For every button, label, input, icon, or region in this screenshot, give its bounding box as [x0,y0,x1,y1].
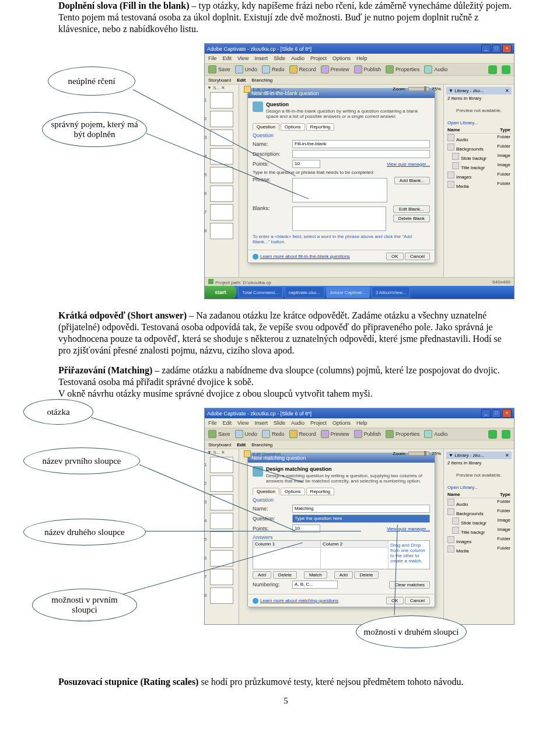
slide-thumb[interactable] [210,475,233,492]
ok-button[interactable]: OK [386,253,404,260]
menu-project[interactable]: Project [310,420,327,426]
cancel-button[interactable]: Cancel [405,597,430,604]
slide-thumb[interactable] [210,223,233,239]
taskbar-item[interactable]: Total Command... [238,286,283,298]
minimize-button[interactable]: _ [481,44,491,53]
menu-view[interactable]: View [237,55,249,61]
match-button[interactable]: Match [304,571,327,579]
prev-arrow-icon[interactable] [488,430,497,439]
learn-more-link[interactable]: Learn more about matching questions [260,598,338,603]
menu-slide[interactable]: Slide [274,420,285,426]
audio-button[interactable]: Audio [424,65,447,74]
menu-options[interactable]: Options [332,420,351,426]
menu-audio[interactable]: Audio [291,55,304,61]
edit-question-link[interactable]: Edit Question... [244,86,285,93]
menu-edit[interactable]: Edit [223,55,232,61]
numbering-select[interactable]: A, B, C... [292,580,338,589]
taskbar-item[interactable]: Adobe Captivat... [326,286,370,298]
redo-button[interactable]: Redo [262,430,285,438]
slide-thumb[interactable] [210,531,233,548]
menu-audio[interactable]: Audio [291,420,304,426]
tab-branching[interactable]: Branching [251,78,272,83]
question-input[interactable]: Type the question here [292,515,430,523]
preview-button[interactable]: Preview [321,65,349,74]
taskbar-item[interactable]: 3 AlbumView... [372,286,410,298]
add-col2-button[interactable]: Add [334,571,353,579]
tab-question[interactable]: Question [253,488,279,495]
publish-button[interactable]: Publish [354,430,382,438]
minimize-button[interactable]: _ [481,409,491,418]
slide-thumb[interactable] [210,513,233,529]
menu-file[interactable]: File [208,55,217,61]
add-col1-button[interactable]: Add [253,571,271,579]
delete-blank-button[interactable]: Delete Blank [393,215,430,222]
slide-thumb[interactable] [210,148,233,165]
view-quiz-manager-link[interactable]: View quiz manager... [387,526,430,531]
menu-view[interactable]: View [237,420,249,426]
menu-help[interactable]: Help [356,55,368,61]
slide-thumb[interactable] [210,92,233,109]
close-button[interactable]: × [502,409,512,418]
slide-thumb[interactable] [210,111,233,127]
phrase-input[interactable] [292,178,387,202]
record-button[interactable]: Record [289,430,316,438]
answers-columns[interactable]: Column 1 Column 2 Drag and Drop from one… [253,540,430,569]
menu-help[interactable]: Help [356,420,368,426]
tab-edit[interactable]: Edit [237,442,246,447]
delete-col1-button[interactable]: Delete [273,571,297,579]
zoom-slider[interactable] [408,87,429,91]
slide-thumb[interactable] [210,587,233,604]
column2-header[interactable]: Column 2 [321,541,388,548]
taskbar-item[interactable]: captivate-zko... [285,286,324,298]
blanks-list[interactable] [292,207,386,231]
edit-question-link[interactable]: Edit Question... [244,450,285,457]
next-arrow-icon[interactable] [502,65,510,74]
tab-branching[interactable]: Branching [251,442,272,447]
menu-file[interactable]: File [208,420,217,426]
name-input[interactable]: Matching [292,505,430,513]
close-button[interactable]: × [502,44,512,53]
tab-options[interactable]: Options [281,123,305,131]
edit-blank-button[interactable]: Edit Blank... [393,205,430,213]
points-input[interactable]: 10 [292,160,320,168]
save-button[interactable]: Save [208,65,230,74]
slide-thumb[interactable] [210,186,233,202]
zoom-slider[interactable] [408,452,429,456]
undo-button[interactable]: Undo [235,430,258,438]
menu-project[interactable]: Project [310,55,327,61]
tab-storyboard[interactable]: Storyboard [208,442,231,447]
properties-button[interactable]: Properties [386,65,419,74]
tab-edit[interactable]: Edit [237,78,246,83]
publish-button[interactable]: Publish [354,65,382,74]
tab-options[interactable]: Options [281,488,305,495]
cancel-button[interactable]: Cancel [405,253,430,260]
tab-reporting[interactable]: Reporting [306,488,335,495]
maximize-button[interactable]: □ [492,44,501,53]
tab-storyboard[interactable]: Storyboard [208,78,231,83]
tab-reporting[interactable]: Reporting [306,123,335,131]
slide-thumb[interactable] [210,167,233,183]
redo-button[interactable]: Redo [262,65,285,74]
undo-button[interactable]: Undo [235,65,258,74]
next-arrow-icon[interactable] [502,430,510,439]
add-blank-button[interactable]: Add Blank... [394,177,430,184]
menu-insert[interactable]: Insert [254,55,268,61]
start-button[interactable]: start [205,286,236,299]
properties-button[interactable]: Properties [386,430,419,438]
menu-slide[interactable]: Slide [274,55,285,61]
record-button[interactable]: Record [289,65,316,74]
menu-edit[interactable]: Edit [223,420,232,426]
slide-thumb[interactable] [210,550,233,566]
preview-button[interactable]: Preview [321,430,349,438]
menu-options[interactable]: Options [332,55,351,61]
slide-thumb[interactable] [210,569,233,585]
save-button[interactable]: Save [208,430,230,438]
learn-more-link[interactable]: Learn more about fill-in-the-blank quest… [260,254,350,259]
open-library-link[interactable]: Open Library... [447,485,478,490]
maximize-button[interactable]: □ [492,409,501,418]
delete-col2-button[interactable]: Delete [354,571,378,579]
name-input[interactable]: Fill-in-the-blank [292,140,430,148]
view-quiz-manager-link[interactable]: View quiz manager... [387,162,430,167]
prev-arrow-icon[interactable] [488,65,497,74]
audio-button[interactable]: Audio [424,430,447,438]
